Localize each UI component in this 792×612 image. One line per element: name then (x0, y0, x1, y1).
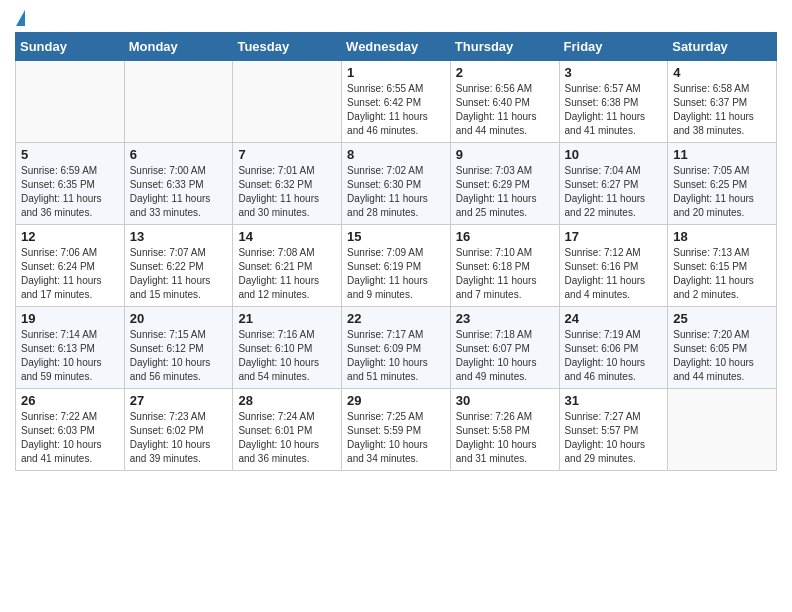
weekday-header-wednesday: Wednesday (342, 33, 451, 61)
calendar-cell: 10Sunrise: 7:04 AM Sunset: 6:27 PM Dayli… (559, 143, 668, 225)
calendar-cell: 18Sunrise: 7:13 AM Sunset: 6:15 PM Dayli… (668, 225, 777, 307)
day-number: 11 (673, 147, 771, 162)
day-info: Sunrise: 7:25 AM Sunset: 5:59 PM Dayligh… (347, 410, 445, 466)
calendar-cell: 3Sunrise: 6:57 AM Sunset: 6:38 PM Daylig… (559, 61, 668, 143)
day-info: Sunrise: 7:26 AM Sunset: 5:58 PM Dayligh… (456, 410, 554, 466)
day-number: 30 (456, 393, 554, 408)
day-info: Sunrise: 7:01 AM Sunset: 6:32 PM Dayligh… (238, 164, 336, 220)
day-number: 4 (673, 65, 771, 80)
day-info: Sunrise: 7:16 AM Sunset: 6:10 PM Dayligh… (238, 328, 336, 384)
day-number: 26 (21, 393, 119, 408)
calendar-cell: 20Sunrise: 7:15 AM Sunset: 6:12 PM Dayli… (124, 307, 233, 389)
day-number: 27 (130, 393, 228, 408)
calendar-cell: 24Sunrise: 7:19 AM Sunset: 6:06 PM Dayli… (559, 307, 668, 389)
day-info: Sunrise: 7:06 AM Sunset: 6:24 PM Dayligh… (21, 246, 119, 302)
day-info: Sunrise: 7:17 AM Sunset: 6:09 PM Dayligh… (347, 328, 445, 384)
weekday-header-friday: Friday (559, 33, 668, 61)
calendar-cell: 15Sunrise: 7:09 AM Sunset: 6:19 PM Dayli… (342, 225, 451, 307)
calendar-cell: 26Sunrise: 7:22 AM Sunset: 6:03 PM Dayli… (16, 389, 125, 471)
day-number: 18 (673, 229, 771, 244)
day-number: 3 (565, 65, 663, 80)
day-info: Sunrise: 7:23 AM Sunset: 6:02 PM Dayligh… (130, 410, 228, 466)
logo (15, 10, 25, 24)
calendar-cell: 16Sunrise: 7:10 AM Sunset: 6:18 PM Dayli… (450, 225, 559, 307)
day-info: Sunrise: 7:00 AM Sunset: 6:33 PM Dayligh… (130, 164, 228, 220)
weekday-header-saturday: Saturday (668, 33, 777, 61)
day-info: Sunrise: 7:19 AM Sunset: 6:06 PM Dayligh… (565, 328, 663, 384)
weekday-header-row: SundayMondayTuesdayWednesdayThursdayFrid… (16, 33, 777, 61)
day-info: Sunrise: 7:15 AM Sunset: 6:12 PM Dayligh… (130, 328, 228, 384)
day-info: Sunrise: 7:14 AM Sunset: 6:13 PM Dayligh… (21, 328, 119, 384)
calendar-cell: 11Sunrise: 7:05 AM Sunset: 6:25 PM Dayli… (668, 143, 777, 225)
day-info: Sunrise: 7:03 AM Sunset: 6:29 PM Dayligh… (456, 164, 554, 220)
calendar-cell: 4Sunrise: 6:58 AM Sunset: 6:37 PM Daylig… (668, 61, 777, 143)
day-number: 15 (347, 229, 445, 244)
day-info: Sunrise: 7:02 AM Sunset: 6:30 PM Dayligh… (347, 164, 445, 220)
calendar-cell: 30Sunrise: 7:26 AM Sunset: 5:58 PM Dayli… (450, 389, 559, 471)
calendar-cell: 7Sunrise: 7:01 AM Sunset: 6:32 PM Daylig… (233, 143, 342, 225)
calendar-week-row: 19Sunrise: 7:14 AM Sunset: 6:13 PM Dayli… (16, 307, 777, 389)
day-number: 22 (347, 311, 445, 326)
calendar-cell: 19Sunrise: 7:14 AM Sunset: 6:13 PM Dayli… (16, 307, 125, 389)
day-number: 20 (130, 311, 228, 326)
calendar-cell: 31Sunrise: 7:27 AM Sunset: 5:57 PM Dayli… (559, 389, 668, 471)
day-number: 14 (238, 229, 336, 244)
day-number: 12 (21, 229, 119, 244)
calendar-cell: 1Sunrise: 6:55 AM Sunset: 6:42 PM Daylig… (342, 61, 451, 143)
page: SundayMondayTuesdayWednesdayThursdayFrid… (0, 0, 792, 481)
day-info: Sunrise: 7:13 AM Sunset: 6:15 PM Dayligh… (673, 246, 771, 302)
day-info: Sunrise: 7:07 AM Sunset: 6:22 PM Dayligh… (130, 246, 228, 302)
calendar-cell: 13Sunrise: 7:07 AM Sunset: 6:22 PM Dayli… (124, 225, 233, 307)
day-info: Sunrise: 6:55 AM Sunset: 6:42 PM Dayligh… (347, 82, 445, 138)
day-info: Sunrise: 7:05 AM Sunset: 6:25 PM Dayligh… (673, 164, 771, 220)
day-info: Sunrise: 7:04 AM Sunset: 6:27 PM Dayligh… (565, 164, 663, 220)
calendar-week-row: 1Sunrise: 6:55 AM Sunset: 6:42 PM Daylig… (16, 61, 777, 143)
day-info: Sunrise: 7:10 AM Sunset: 6:18 PM Dayligh… (456, 246, 554, 302)
day-number: 9 (456, 147, 554, 162)
day-info: Sunrise: 7:08 AM Sunset: 6:21 PM Dayligh… (238, 246, 336, 302)
calendar-cell (124, 61, 233, 143)
calendar-week-row: 5Sunrise: 6:59 AM Sunset: 6:35 PM Daylig… (16, 143, 777, 225)
calendar-cell: 22Sunrise: 7:17 AM Sunset: 6:09 PM Dayli… (342, 307, 451, 389)
calendar-cell: 12Sunrise: 7:06 AM Sunset: 6:24 PM Dayli… (16, 225, 125, 307)
calendar-cell: 21Sunrise: 7:16 AM Sunset: 6:10 PM Dayli… (233, 307, 342, 389)
day-info: Sunrise: 7:12 AM Sunset: 6:16 PM Dayligh… (565, 246, 663, 302)
calendar-week-row: 26Sunrise: 7:22 AM Sunset: 6:03 PM Dayli… (16, 389, 777, 471)
day-info: Sunrise: 6:56 AM Sunset: 6:40 PM Dayligh… (456, 82, 554, 138)
day-info: Sunrise: 7:20 AM Sunset: 6:05 PM Dayligh… (673, 328, 771, 384)
day-number: 5 (21, 147, 119, 162)
day-info: Sunrise: 6:59 AM Sunset: 6:35 PM Dayligh… (21, 164, 119, 220)
calendar-cell: 25Sunrise: 7:20 AM Sunset: 6:05 PM Dayli… (668, 307, 777, 389)
calendar-week-row: 12Sunrise: 7:06 AM Sunset: 6:24 PM Dayli… (16, 225, 777, 307)
day-number: 17 (565, 229, 663, 244)
day-info: Sunrise: 7:22 AM Sunset: 6:03 PM Dayligh… (21, 410, 119, 466)
day-info: Sunrise: 7:24 AM Sunset: 6:01 PM Dayligh… (238, 410, 336, 466)
day-number: 7 (238, 147, 336, 162)
day-number: 24 (565, 311, 663, 326)
day-number: 10 (565, 147, 663, 162)
day-number: 16 (456, 229, 554, 244)
day-number: 13 (130, 229, 228, 244)
day-info: Sunrise: 7:09 AM Sunset: 6:19 PM Dayligh… (347, 246, 445, 302)
calendar-cell: 5Sunrise: 6:59 AM Sunset: 6:35 PM Daylig… (16, 143, 125, 225)
day-number: 29 (347, 393, 445, 408)
calendar-table: SundayMondayTuesdayWednesdayThursdayFrid… (15, 32, 777, 471)
calendar-cell: 29Sunrise: 7:25 AM Sunset: 5:59 PM Dayli… (342, 389, 451, 471)
day-number: 8 (347, 147, 445, 162)
calendar-cell: 23Sunrise: 7:18 AM Sunset: 6:07 PM Dayli… (450, 307, 559, 389)
calendar-cell: 28Sunrise: 7:24 AM Sunset: 6:01 PM Dayli… (233, 389, 342, 471)
day-number: 2 (456, 65, 554, 80)
logo-triangle-icon (16, 10, 25, 26)
day-info: Sunrise: 6:58 AM Sunset: 6:37 PM Dayligh… (673, 82, 771, 138)
calendar-cell (668, 389, 777, 471)
day-info: Sunrise: 6:57 AM Sunset: 6:38 PM Dayligh… (565, 82, 663, 138)
day-number: 28 (238, 393, 336, 408)
calendar-cell: 17Sunrise: 7:12 AM Sunset: 6:16 PM Dayli… (559, 225, 668, 307)
day-number: 25 (673, 311, 771, 326)
header (15, 10, 777, 24)
weekday-header-thursday: Thursday (450, 33, 559, 61)
calendar-cell: 9Sunrise: 7:03 AM Sunset: 6:29 PM Daylig… (450, 143, 559, 225)
day-number: 19 (21, 311, 119, 326)
weekday-header-monday: Monday (124, 33, 233, 61)
weekday-header-sunday: Sunday (16, 33, 125, 61)
